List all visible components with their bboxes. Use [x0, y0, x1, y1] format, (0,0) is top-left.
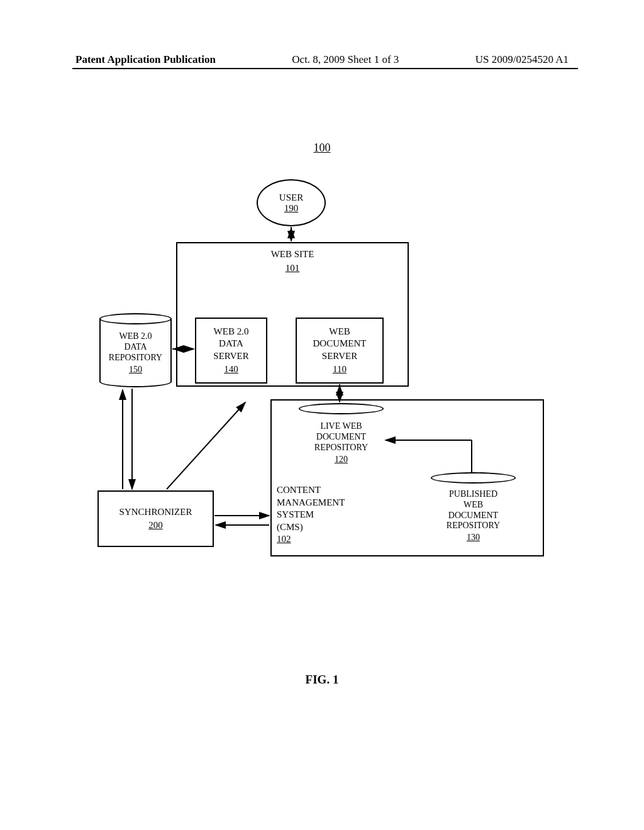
live-repo-line2: DOCUMENT: [314, 432, 368, 443]
web20-repo-line2: DATA: [109, 342, 162, 353]
web20-repo-ref: 150: [109, 365, 162, 375]
cms-line3: SYSTEM: [277, 509, 345, 521]
synchronizer-node: SYNCHRONIZER 200: [97, 490, 214, 547]
pub-repo-line1: PUBLISHED: [447, 489, 500, 500]
cms-ref: 102: [277, 533, 345, 546]
web-doc-server-line1: WEB: [329, 326, 350, 338]
live-repo-cylinder: LIVE WEB DOCUMENT REPOSITORY 120: [299, 409, 384, 472]
web20-server-ref: 140: [224, 363, 238, 376]
website-ref: 101: [286, 262, 300, 275]
web20-repo-cylinder: WEB 2.0 DATA REPOSITORY 150: [99, 319, 172, 382]
web20-repo-line3: REPOSITORY: [109, 353, 162, 363]
pub-repo-ref: 130: [447, 533, 500, 543]
web20-server-line3: SERVER: [213, 350, 248, 363]
web-doc-server-node: WEB DOCUMENT SERVER 110: [296, 318, 384, 384]
web-doc-server-ref: 110: [333, 363, 347, 376]
diagram-container: USER 190 WEB SITE 101 WEB 2.0 DATA SERVE…: [82, 141, 560, 582]
figure-caption: FIG. 1: [306, 673, 339, 687]
sync-ref: 200: [148, 519, 163, 532]
live-repo-line3: REPOSITORY: [314, 443, 368, 453]
pub-repo-line4: REPOSITORY: [447, 521, 500, 531]
cms-line4: (CMS): [277, 521, 345, 534]
pub-repo-line3: DOCUMENT: [447, 511, 500, 521]
sync-label: SYNCHRONIZER: [119, 506, 192, 519]
live-repo-line1: LIVE WEB: [314, 421, 368, 432]
user-node: USER 190: [257, 179, 326, 226]
cms-label-block: CONTENT MANAGEMENT SYSTEM (CMS) 102: [277, 484, 345, 546]
web20-server-line2: DATA: [219, 338, 243, 350]
user-label: USER: [279, 192, 303, 203]
header-right: US 2009/0254520 A1: [475, 53, 569, 66]
page-header: Patent Application Publication Oct. 8, 2…: [0, 53, 644, 66]
cms-line2: MANAGEMENT: [277, 497, 345, 509]
website-label: WEB SITE: [271, 248, 314, 261]
pub-repo-cylinder: PUBLISHED WEB DOCUMENT REPOSITORY 130: [431, 478, 516, 548]
web20-data-server-node: WEB 2.0 DATA SERVER 140: [195, 318, 267, 384]
user-ref: 190: [284, 203, 299, 214]
cms-line1: CONTENT: [277, 484, 345, 497]
svg-line-10: [167, 402, 245, 489]
header-center: Oct. 8, 2009 Sheet 1 of 3: [292, 53, 399, 66]
header-divider: [72, 68, 578, 69]
web20-repo-line1: WEB 2.0: [109, 331, 162, 342]
live-repo-ref: 120: [314, 455, 368, 465]
web20-server-line1: WEB 2.0: [214, 326, 249, 338]
pub-repo-line2: WEB: [447, 500, 500, 511]
header-left: Patent Application Publication: [75, 53, 216, 66]
web-doc-server-line3: SERVER: [322, 350, 357, 363]
web-doc-server-line2: DOCUMENT: [313, 338, 367, 350]
